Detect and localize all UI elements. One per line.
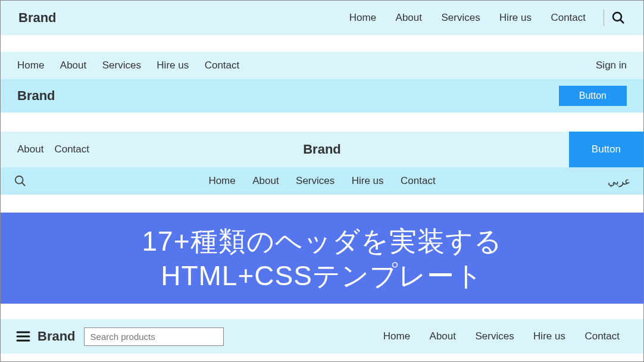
brand-logo[interactable]: Brand <box>18 10 57 26</box>
nav-contact[interactable]: Contact <box>584 330 620 342</box>
nav-contact[interactable]: Contact <box>205 60 240 71</box>
header3-nav: Home About Services Hire us Contact <box>1 175 643 187</box>
header-3-top: About Contact Brand Button <box>1 132 643 167</box>
hero-line2: HTML+CSSテンプレート <box>1 259 643 294</box>
nav-services[interactable]: Services <box>475 330 514 342</box>
header4-nav: Home About Services Hire us Contact <box>375 330 628 342</box>
cta-button[interactable]: Button <box>559 86 627 106</box>
cta-button[interactable]: Button <box>569 132 643 167</box>
nav-hireus[interactable]: Hire us <box>533 330 565 342</box>
header-2-bottom: Brand Button <box>1 79 643 113</box>
search-icon[interactable] <box>611 11 626 25</box>
nav-about[interactable]: About <box>430 330 456 342</box>
divider <box>604 10 604 26</box>
header-2-top: Home About Services Hire us Contact Sign… <box>1 52 643 79</box>
header-1: Brand Home About Services Hire us Contac… <box>1 1 643 35</box>
nav-services[interactable]: Services <box>102 60 141 71</box>
nav-about[interactable]: About <box>17 143 43 155</box>
svg-line-1 <box>620 20 624 23</box>
nav-services[interactable]: Services <box>441 12 480 23</box>
header1-nav: Home About Services Hire us Contact <box>341 12 594 24</box>
header-3-bottom: Home About Services Hire us Contact عربي <box>1 167 643 195</box>
nav-contact[interactable]: Contact <box>54 143 89 155</box>
nav-home[interactable]: Home <box>349 12 376 23</box>
nav-home[interactable]: Home <box>383 330 410 342</box>
nav-home[interactable]: Home <box>208 175 235 186</box>
nav-hireus[interactable]: Hire us <box>352 175 384 186</box>
sign-in-link[interactable]: Sign in <box>596 60 627 71</box>
header-4: Brand Home About Services Hire us Contac… <box>1 319 643 354</box>
nav-services[interactable]: Services <box>296 175 334 186</box>
nav-hireus[interactable]: Hire us <box>499 12 532 23</box>
header2-nav: Home About Services Hire us Contact <box>17 60 252 71</box>
nav-contact[interactable]: Contact <box>551 12 586 23</box>
brand-logo[interactable]: Brand <box>37 329 76 344</box>
brand-logo[interactable]: Brand <box>17 88 55 104</box>
nav-about[interactable]: About <box>396 12 422 23</box>
nav-about[interactable]: About <box>60 60 86 71</box>
nav-contact[interactable]: Contact <box>401 175 436 186</box>
svg-point-0 <box>613 13 621 21</box>
nav-hireus[interactable]: Hire us <box>157 60 189 71</box>
nav-about[interactable]: About <box>252 175 279 186</box>
brand-logo: Brand <box>1 142 643 157</box>
hero-line1: 17+種類のヘッダを実装する <box>1 224 643 259</box>
nav-home[interactable]: Home <box>17 60 44 71</box>
hero-banner: 17+種類のヘッダを実装する HTML+CSSテンプレート <box>1 213 643 304</box>
search-input[interactable] <box>84 327 224 346</box>
hamburger-icon[interactable] <box>16 330 30 342</box>
